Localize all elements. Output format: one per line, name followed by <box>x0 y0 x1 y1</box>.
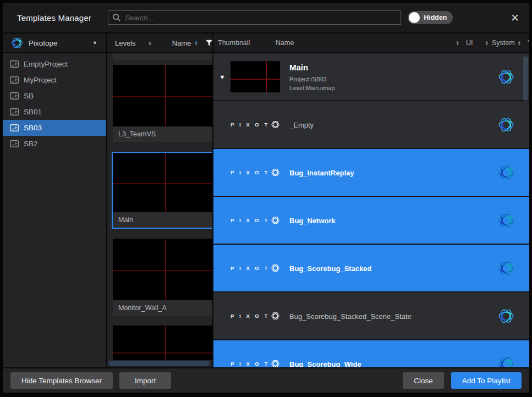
templates-manager-window: Templates Manager Hidden ✕ Pixotope <box>0 0 532 397</box>
row-text: Bug_Network <box>289 216 336 225</box>
column-header-thumbnail[interactable]: Thumbnail <box>218 39 276 47</box>
crosshair-horizontal-line <box>113 270 212 271</box>
pixotope-system-icon <box>497 212 515 229</box>
vertical-scrollbar-thumb[interactable] <box>523 57 528 101</box>
level-card[interactable]: L3_TeamVS <box>113 65 212 142</box>
pixotope-logo-text: P I X O T <box>231 361 269 367</box>
crosshair-vertical-line <box>165 65 166 126</box>
pixotope-logo-thumbnail: P I X O T <box>231 216 279 225</box>
dropdown-caret-icon: ▼ <box>92 40 97 46</box>
row-thumbnail: P I X O T <box>229 168 282 177</box>
sidebar-item-label: SB01 <box>24 108 42 116</box>
search-box <box>108 10 401 25</box>
horizontal-scrollbar[interactable] <box>108 361 210 366</box>
level-card-partial[interactable] <box>113 53 212 60</box>
expander-icon[interactable]: ▼ <box>216 74 229 80</box>
pixotope-system-icon <box>497 307 515 325</box>
crosshair-vertical-line <box>165 153 166 212</box>
row-thumbnail: P I X O T <box>229 263 282 273</box>
import-button[interactable]: Import <box>119 372 171 389</box>
template-row[interactable]: P I X O T Bug_Scorebug_Stacked_Scene_Sta… <box>213 293 529 339</box>
pixotope-logo-atom-icon <box>271 311 280 321</box>
level-card[interactable]: Main <box>112 152 212 229</box>
pixotope-logo-thumbnail: P I X O T <box>231 120 279 129</box>
meta-value: Main.umap <box>306 85 334 91</box>
project-selector-label: Pixotope <box>29 39 58 47</box>
sort-arrows-icon[interactable]: ▲▼ <box>194 40 198 46</box>
close-icon[interactable]: ✕ <box>511 13 519 23</box>
sidebar-item[interactable]: SB03 <box>3 120 106 136</box>
levels-panel: Levels ∨ Name ▲▼ L3_TeamVS Main <box>107 34 213 367</box>
sidebar-item-label: SB2 <box>24 140 38 148</box>
window-inner: Templates Manager Hidden ✕ Pixotope <box>3 3 529 393</box>
levels-dropdown[interactable]: Levels <box>115 39 136 47</box>
sort-arrows-icon[interactable]: ▲▼ <box>456 40 459 46</box>
template-row[interactable]: P I X O T Bug_Scorebug_Wide <box>213 340 529 367</box>
row-text: _Empty <box>289 120 314 130</box>
row-name: Bug_Scorebug_Stacked_Scene_State <box>289 312 412 321</box>
footer-bar: Hide Templates Browser Import Close Add … <box>3 367 529 393</box>
add-to-playlist-button[interactable]: Add To Playlist <box>451 372 522 389</box>
pixotope-logo-text: P I X O T <box>231 122 269 128</box>
crosshair-vertical-line <box>165 239 166 300</box>
pixotope-logo-thumbnail: P I X O T <box>231 359 279 367</box>
crosshair-horizontal-line <box>113 183 212 184</box>
title-bar: Templates Manager Hidden ✕ <box>3 3 529 34</box>
row-meta-line: Level:Main.umap <box>289 85 334 91</box>
pixotope-logo-thumbnail: P I X O T <box>231 263 279 273</box>
row-name: Bug_InstantReplay <box>289 169 354 177</box>
meta-value: /SB03 <box>311 76 327 82</box>
sidebar-item[interactable]: MyProject <box>3 72 106 88</box>
template-row[interactable]: ▼ MainProject:/SB03Level:Main.umap <box>213 53 529 100</box>
crosshair-horizontal-line <box>231 79 280 80</box>
pixotope-logo-atom-icon <box>271 216 280 225</box>
template-rows: ▼ MainProject:/SB03Level:Main.umap P I X… <box>213 53 529 367</box>
pixotope-logo-atom-icon <box>271 263 280 273</box>
level-thumbnail <box>113 153 212 212</box>
column-header-name[interactable]: Name <box>276 39 456 47</box>
level-card[interactable] <box>113 326 212 360</box>
hidden-toggle[interactable]: Hidden <box>408 11 452 24</box>
pixotope-logo-text: P I X O T <box>231 265 269 271</box>
level-thumbnail <box>113 65 212 126</box>
sort-arrows-icon[interactable]: ▲▼ <box>518 40 521 46</box>
template-row[interactable]: P I X O T Bug_Scorebug_Stacked <box>213 245 529 291</box>
sidebar-item-label: MyProject <box>24 76 57 84</box>
template-row[interactable]: P I X O T Bug_InstantReplay <box>213 149 529 196</box>
sidebar-item[interactable]: EmptyProject <box>3 56 106 72</box>
level-thumbnail <box>231 61 280 92</box>
level-card[interactable]: Monitor_Wall_A <box>113 239 212 316</box>
levels-header: Levels ∨ Name ▲▼ <box>107 34 212 53</box>
column-header-system[interactable]: System <box>492 39 515 47</box>
hide-templates-browser-button[interactable]: Hide Templates Browser <box>10 372 113 389</box>
pixotope-logo-text: P I X O T <box>231 169 269 175</box>
project-icon <box>10 92 19 100</box>
sidebar-item[interactable]: SB <box>3 88 106 104</box>
row-thumbnail: P I X O T <box>229 120 282 129</box>
column-header-ui[interactable]: UI <box>466 39 473 47</box>
template-row[interactable]: P I X O T Bug_Network <box>213 197 529 244</box>
pixotope-logo-atom-icon <box>271 120 280 129</box>
filter-funnel-icon[interactable] <box>206 40 212 47</box>
crosshair-vertical-line <box>165 326 166 360</box>
row-thumbnail: P I X O T <box>229 216 282 225</box>
pixotope-system-icon <box>497 68 515 86</box>
templates-table-panel: Thumbnail Name ▲▼ UI ▲▼ System ▲▼ ' ▼ Ma… <box>213 34 529 367</box>
sort-arrows-icon[interactable]: ▲▼ <box>485 40 488 46</box>
sidebar-item[interactable]: SB2 <box>3 136 106 152</box>
close-button[interactable]: Close <box>403 372 444 389</box>
column-header-partial: ' <box>528 39 529 47</box>
meta-label: Project: <box>289 76 311 82</box>
level-name: L3_TeamVS <box>113 126 212 142</box>
main-area: Pixotope ▼ EmptyProject MyProject SB SB0… <box>3 34 529 367</box>
crosshair-vertical-line <box>266 61 267 92</box>
chevron-down-icon[interactable]: ∨ <box>148 40 152 47</box>
row-text: Bug_InstantReplay <box>289 168 354 178</box>
template-row[interactable]: P I X O T _Empty <box>213 101 529 148</box>
levels-sort-by-name[interactable]: Name <box>172 39 191 47</box>
sidebar-item[interactable]: SB01 <box>3 104 106 120</box>
search-input[interactable] <box>108 10 401 25</box>
pixotope-system-icon <box>497 355 515 368</box>
hidden-toggle-label: Hidden <box>424 14 447 21</box>
project-selector[interactable]: Pixotope ▼ <box>3 34 106 53</box>
